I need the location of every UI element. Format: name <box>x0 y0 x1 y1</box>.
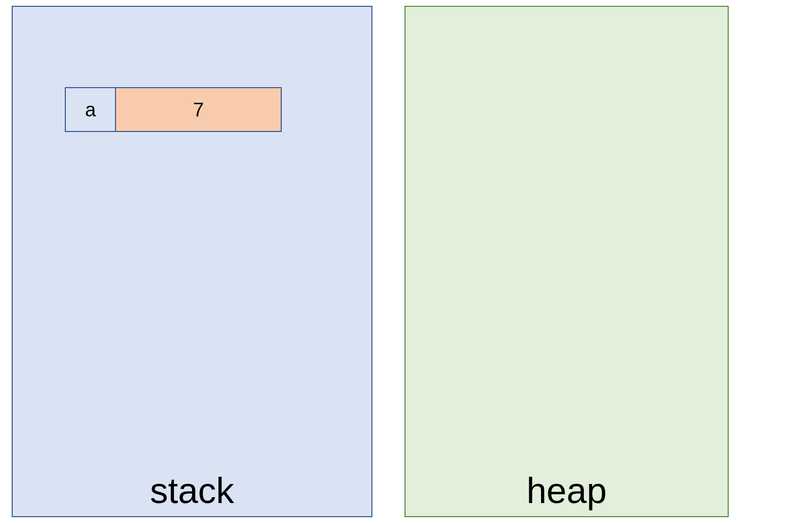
stack-label: stack <box>13 470 371 511</box>
heap-region: heap <box>405 6 729 517</box>
stack-region: a 7 stack <box>12 6 372 517</box>
variable-name-cell: a <box>65 87 116 132</box>
heap-label: heap <box>406 470 728 511</box>
variable-row: a 7 <box>65 87 282 132</box>
variable-value-cell: 7 <box>116 87 282 132</box>
